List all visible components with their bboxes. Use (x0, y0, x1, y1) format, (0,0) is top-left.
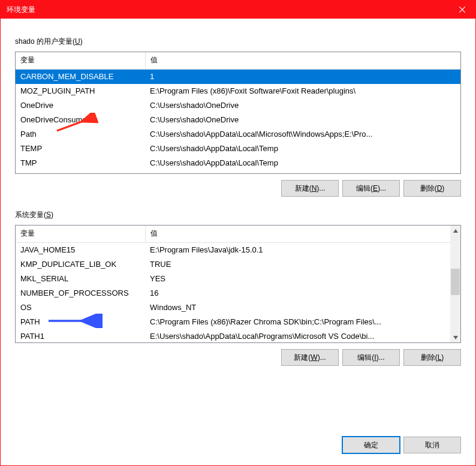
var-name-cell: OneDrive (16, 98, 145, 113)
var-value-cell: TRUE (145, 257, 460, 272)
var-name-cell: NUMBER_OF_PROCESSORS (16, 286, 145, 300)
table-row[interactable]: TEMPC:\Users\shado\AppData\Local\Temp (16, 142, 460, 156)
user-delete-button[interactable]: 删除(D) (403, 180, 461, 197)
var-value-cell: YES (145, 272, 460, 286)
title-bar: 环境变量 (1, 1, 475, 19)
var-value-cell: C:\Program Files (x86)\Razer Chroma SDK\… (145, 315, 460, 329)
sys-vars-table[interactable]: 变量 值 JAVA_HOME15E:\Program Files\Java\jd… (15, 225, 461, 343)
table-row[interactable]: PATH1E:\Users\shado\AppData\Local\Progra… (16, 329, 460, 343)
table-row[interactable]: JAVA_HOME15E:\Program Files\Java\jdk-15.… (16, 243, 460, 258)
col-value[interactable]: 值 (145, 226, 460, 243)
cancel-button[interactable]: 取消 (403, 437, 461, 453)
var-name-cell: KMP_DUPLICATE_LIB_OK (16, 257, 145, 272)
user-vars-button-row: 新建(N)... 编辑(E)... 删除(D) (15, 180, 461, 197)
table-row[interactable]: MOZ_PLUGIN_PATHE:\Program Files (x86)\Fo… (16, 84, 460, 98)
var-value-cell: E:\Users\shado\AppData\Local\Programs\Mi… (145, 329, 460, 343)
sys-new-button[interactable]: 新建(W)... (281, 349, 339, 366)
col-value[interactable]: 值 (145, 52, 460, 70)
var-value-cell: Windows_NT (145, 300, 460, 315)
close-icon (459, 7, 465, 13)
var-value-cell: 1 (145, 70, 460, 85)
sys-vars-button-row: 新建(W)... 编辑(I)... 删除(L) (15, 349, 461, 366)
var-name-cell: JAVA_HOME15 (16, 243, 145, 258)
dialog-body: shado 的用户变量(U) 变量 值 CARBON_MEM_DISABLE1M… (1, 19, 475, 465)
var-name-cell: MKL_SERIAL (16, 272, 145, 286)
dialog-footer: 确定 取消 (15, 421, 461, 453)
close-button[interactable] (448, 1, 475, 19)
table-row[interactable]: OneDriveC:\Users\shado\OneDrive (16, 98, 460, 113)
var-name-cell: PATH1 (16, 329, 145, 343)
window-title: 环境变量 (7, 5, 448, 15)
col-name[interactable]: 变量 (16, 226, 145, 243)
var-value-cell: E:\Program Files (x86)\Foxit Software\Fo… (145, 84, 460, 98)
sys-edit-button[interactable]: 编辑(I)... (342, 349, 400, 366)
sys-vars-scrollbar[interactable] (450, 226, 460, 342)
table-row[interactable]: KMP_DUPLICATE_LIB_OKTRUE (16, 257, 460, 272)
table-row[interactable]: OSWindows_NT (16, 300, 460, 315)
scroll-arrow-down-icon[interactable] (450, 332, 460, 342)
table-row[interactable]: OneDriveConsumerC:\Users\shado\OneDrive (16, 113, 460, 127)
ok-button[interactable]: 确定 (342, 437, 400, 453)
user-vars-label: shado 的用户变量(U) (15, 37, 461, 47)
table-row[interactable]: TMPC:\Users\shado\AppData\Local\Temp (16, 156, 460, 170)
var-value-cell: C:\Users\shado\OneDrive (145, 98, 460, 113)
table-row[interactable]: PathC:\Users\shado\AppData\Local\Microso… (16, 127, 460, 142)
var-value-cell: 16 (145, 286, 460, 300)
var-name-cell: TMP (16, 156, 145, 170)
table-header-row: 变量 值 (16, 226, 460, 243)
table-row[interactable]: MKL_SERIALYES (16, 272, 460, 286)
scroll-arrow-up-icon[interactable] (450, 226, 460, 236)
var-name-cell: TEMP (16, 142, 145, 156)
var-name-cell: OneDriveConsumer (16, 113, 145, 127)
table-row[interactable]: NUMBER_OF_PROCESSORS16 (16, 286, 460, 300)
table-row[interactable]: PATHC:\Program Files (x86)\Razer Chroma … (16, 315, 460, 329)
table-row[interactable]: CARBON_MEM_DISABLE1 (16, 70, 460, 85)
var-name-cell: PATH (16, 315, 145, 329)
sys-vars-label: 系统变量(S) (15, 210, 461, 220)
var-value-cell: C:\Users\shado\AppData\Local\Temp (145, 142, 460, 156)
var-name-cell: CARBON_MEM_DISABLE (16, 70, 145, 85)
user-new-button[interactable]: 新建(N)... (281, 180, 339, 197)
var-value-cell: C:\Users\shado\AppData\Local\Microsoft\W… (145, 127, 460, 142)
col-name[interactable]: 变量 (16, 52, 145, 70)
scroll-thumb[interactable] (451, 269, 460, 295)
var-name-cell: MOZ_PLUGIN_PATH (16, 84, 145, 98)
var-value-cell: C:\Users\shado\AppData\Local\Temp (145, 156, 460, 170)
sys-delete-button[interactable]: 删除(L) (403, 349, 461, 366)
var-value-cell: E:\Program Files\Java\jdk-15.0.1 (145, 243, 460, 258)
var-name-cell: OS (16, 300, 145, 315)
var-name-cell: Path (16, 127, 145, 142)
table-header-row: 变量 值 (16, 52, 460, 70)
user-edit-button[interactable]: 编辑(E)... (342, 180, 400, 197)
var-value-cell: C:\Users\shado\OneDrive (145, 113, 460, 127)
user-vars-table[interactable]: 变量 值 CARBON_MEM_DISABLE1MOZ_PLUGIN_PATHE… (15, 52, 461, 174)
